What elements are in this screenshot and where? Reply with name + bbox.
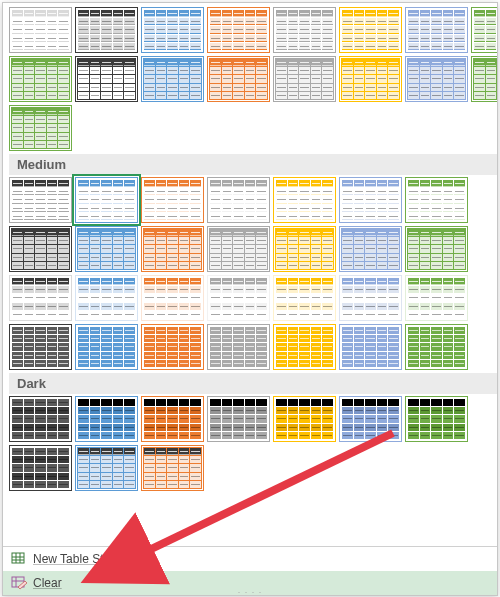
table-style-swatch[interactable] <box>339 177 402 223</box>
table-style-swatch[interactable] <box>207 7 270 53</box>
table-icon <box>11 551 27 567</box>
table-style-swatch[interactable] <box>9 56 72 102</box>
table-style-swatch[interactable] <box>141 396 204 442</box>
table-style-swatch[interactable] <box>273 324 336 370</box>
table-style-swatch[interactable] <box>273 396 336 442</box>
table-style-swatch[interactable] <box>405 396 468 442</box>
table-style-swatch[interactable] <box>207 275 270 321</box>
table-style-swatch[interactable] <box>9 105 72 151</box>
table-style-swatch[interactable] <box>273 7 336 53</box>
table-style-swatch[interactable] <box>405 7 468 53</box>
table-style-swatch[interactable] <box>75 396 138 442</box>
table-style-swatch[interactable] <box>141 445 204 491</box>
table-style-swatch[interactable] <box>405 177 468 223</box>
table-style-swatch[interactable] <box>141 7 204 53</box>
table-style-swatch[interactable] <box>141 324 204 370</box>
table-style-swatch[interactable] <box>75 56 138 102</box>
table-style-swatch[interactable] <box>9 396 72 442</box>
table-style-swatch[interactable] <box>9 445 72 491</box>
table-styles-panel: MediumDark ▲ ▼ New Table Style... <box>2 2 498 596</box>
table-style-swatch[interactable] <box>405 324 468 370</box>
table-style-swatch[interactable] <box>405 56 468 102</box>
table-style-swatch[interactable] <box>9 7 72 53</box>
table-style-swatch[interactable] <box>471 7 497 53</box>
table-style-swatch[interactable] <box>273 226 336 272</box>
table-style-swatch[interactable] <box>405 226 468 272</box>
svg-rect-0 <box>12 553 24 563</box>
table-style-swatch[interactable] <box>141 226 204 272</box>
table-style-swatch[interactable] <box>75 275 138 321</box>
table-style-swatch[interactable] <box>339 56 402 102</box>
style-gallery: MediumDark ▲ ▼ <box>3 3 497 546</box>
table-style-swatch[interactable] <box>9 324 72 370</box>
table-style-swatch[interactable] <box>339 324 402 370</box>
table-style-swatch[interactable] <box>75 177 138 223</box>
new-table-style-label: New Table Style... <box>33 552 129 566</box>
table-style-swatch[interactable] <box>75 7 138 53</box>
table-style-swatch[interactable] <box>141 177 204 223</box>
table-style-swatch[interactable] <box>9 177 72 223</box>
table-style-swatch[interactable] <box>405 275 468 321</box>
table-style-swatch[interactable] <box>207 177 270 223</box>
svg-marker-8 <box>18 581 27 589</box>
table-style-swatch[interactable] <box>273 56 336 102</box>
table-style-swatch[interactable] <box>141 275 204 321</box>
table-style-swatch[interactable] <box>339 275 402 321</box>
table-style-swatch[interactable] <box>75 226 138 272</box>
table-style-swatch[interactable] <box>9 226 72 272</box>
section-header: Medium <box>9 154 497 175</box>
table-style-swatch[interactable] <box>339 226 402 272</box>
table-style-swatch[interactable] <box>207 324 270 370</box>
table-style-swatch[interactable] <box>339 396 402 442</box>
table-style-swatch[interactable] <box>207 396 270 442</box>
table-style-swatch[interactable] <box>207 56 270 102</box>
table-style-swatch[interactable] <box>9 275 72 321</box>
table-style-swatch[interactable] <box>273 177 336 223</box>
table-style-swatch[interactable] <box>141 56 204 102</box>
table-style-swatch[interactable] <box>471 56 497 102</box>
table-style-swatch[interactable] <box>207 226 270 272</box>
table-style-swatch[interactable] <box>339 7 402 53</box>
resize-grip-icon[interactable]: · · · · <box>238 587 263 597</box>
table-style-swatch[interactable] <box>75 324 138 370</box>
eraser-icon <box>11 575 27 591</box>
table-style-swatch[interactable] <box>273 275 336 321</box>
section-header: Dark <box>9 373 497 394</box>
clear-label: Clear <box>33 576 62 590</box>
new-table-style-item[interactable]: New Table Style... <box>3 547 497 571</box>
table-style-swatch[interactable] <box>75 445 138 491</box>
